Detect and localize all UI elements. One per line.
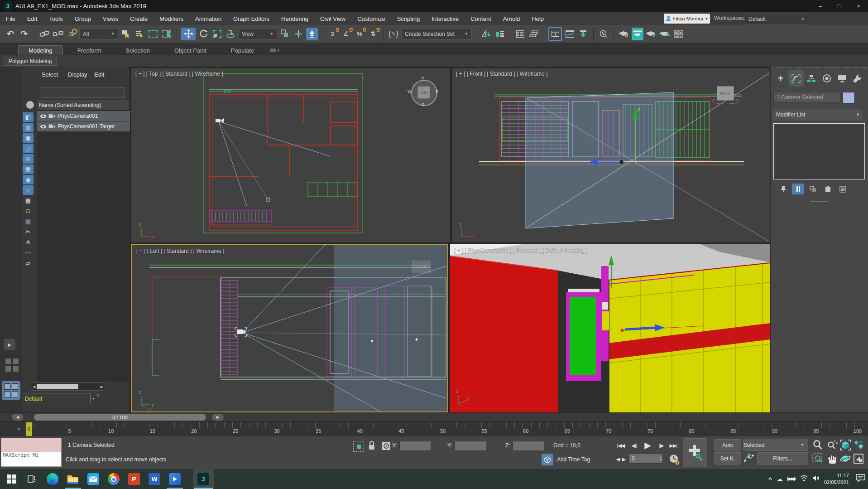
current-frame-marker[interactable]: 0 xyxy=(26,422,32,436)
layer-explorer-icon[interactable] xyxy=(514,28,526,40)
menu-views[interactable]: Views xyxy=(97,15,124,22)
expand-tray-button[interactable]: ▶ xyxy=(4,339,15,350)
battery-icon[interactable] xyxy=(787,475,796,483)
explorer-search-input[interactable] xyxy=(40,87,125,98)
menu-file[interactable]: File xyxy=(0,15,21,22)
go-to-end-icon[interactable]: ▶▶| xyxy=(667,440,679,451)
viewport-left-active[interactable]: [ + ] [ Left ] [ Standard ] [ Wireframe … xyxy=(131,244,448,412)
viewport-front[interactable]: [ + ] [ Front ] [ Standard ] [ Wireframe… xyxy=(452,68,770,242)
select-and-rotate-icon[interactable] xyxy=(197,28,209,40)
snaps-toggle-icon[interactable]: 3Ω xyxy=(326,28,338,40)
chevron-down-icon[interactable]: ▾ xyxy=(92,397,94,401)
curve-editor-icon[interactable] xyxy=(564,28,575,40)
movies-tv-icon[interactable] xyxy=(168,473,181,485)
start-button[interactable] xyxy=(5,473,18,485)
orbit-icon[interactable] xyxy=(840,453,851,466)
menu-group[interactable]: Group xyxy=(69,15,97,22)
explorer-filter-icon-6[interactable]: ▦ xyxy=(23,165,34,174)
explorer-overflow-chevrons[interactable]: » xyxy=(96,392,100,398)
viewport-left-label[interactable]: [ + ] [ Left ] [ Standard ] [ Wireframe … xyxy=(136,248,224,254)
explorer-row-2[interactable]: PhysCamera001.Target xyxy=(37,121,130,131)
auto-key-button[interactable]: Auto xyxy=(714,439,741,451)
rectangular-selection-region-icon[interactable] xyxy=(147,28,159,40)
align-icon[interactable] xyxy=(494,28,506,40)
maximize-button[interactable]: □ xyxy=(830,0,849,12)
angle-snap-toggle-icon[interactable]: ∠Ω xyxy=(340,28,352,40)
time-tag-cube-icon[interactable] xyxy=(542,454,553,465)
explorer-filter-icon-13[interactable]: ⋔ xyxy=(23,237,34,247)
toggle-scene-explorer-icon[interactable] xyxy=(548,27,562,41)
filters-button[interactable]: Filters... xyxy=(757,452,808,465)
make-unique-icon[interactable] xyxy=(807,184,819,194)
signin-user-chip[interactable]: Filipa Moreira ▼ xyxy=(664,14,710,24)
ruler[interactable]: 0 51015202530354045505560657075808590951… xyxy=(25,422,863,437)
rendered-frame-window-icon[interactable] xyxy=(632,28,643,40)
redo-icon[interactable]: ↷ xyxy=(18,28,30,40)
taskbar-clock[interactable]: 11:17 02/05/2021 xyxy=(824,472,849,486)
select-and-link-icon[interactable] xyxy=(38,28,50,40)
explorer-filter-icon-8[interactable]: ≡ xyxy=(23,185,34,195)
zoom-extents-icon[interactable] xyxy=(840,440,851,452)
modifier-stack[interactable] xyxy=(773,123,865,179)
explorer-row-1[interactable]: PhysCamera001 xyxy=(37,111,130,121)
selection-name-field[interactable]: 1 Camera Selected xyxy=(773,92,840,103)
tab-utilities-icon[interactable] xyxy=(850,70,865,87)
select-and-scale-icon[interactable] xyxy=(211,28,223,40)
z-coordinate-field[interactable] xyxy=(513,441,544,451)
viewport-physcamera-label[interactable]: [ + ] [ PhysCamera001 ] [ Standard ] [ D… xyxy=(454,247,587,253)
menu-edit[interactable]: Edit xyxy=(21,15,43,22)
select-and-manipulate-icon[interactable] xyxy=(293,28,304,40)
key-back-icon[interactable]: ◀ xyxy=(615,455,621,464)
viewcube-top-face[interactable]: TOP xyxy=(417,86,430,99)
menu-rendering[interactable]: Rendering xyxy=(275,15,314,22)
onedrive-cloud-icon[interactable]: ☁ xyxy=(777,475,783,483)
time-configuration-icon[interactable] xyxy=(668,454,680,467)
render-shortcuts-icon[interactable] xyxy=(672,28,684,40)
previous-frame-button[interactable]: ◀ xyxy=(12,414,24,421)
minimize-button[interactable]: – xyxy=(811,0,830,12)
menu-civil-view[interactable]: Civil View xyxy=(314,15,351,22)
task-view-button[interactable] xyxy=(26,473,38,485)
mini-curve-editor-icon[interactable]: ≈ xyxy=(17,426,20,432)
previous-frame-icon[interactable]: ◀|| xyxy=(628,440,639,451)
y-coordinate-field[interactable] xyxy=(455,441,486,451)
explorer-menu-edit[interactable]: Edit xyxy=(94,71,104,78)
tab-modify-icon[interactable] xyxy=(788,70,804,87)
viewport-physcamera[interactable]: [ + ] [ PhysCamera001 ] [ Standard ] [ D… xyxy=(450,244,770,412)
ribbon-tab-object-paint[interactable]: Object Paint xyxy=(164,46,216,55)
scroll-right-icon[interactable]: ▶ xyxy=(99,385,105,389)
tray-expand-icon[interactable]: ^ xyxy=(768,476,772,483)
explorer-scrollbar[interactable]: ◀ ▶ xyxy=(31,382,105,391)
menu-customize[interactable]: Customize xyxy=(351,15,391,22)
chrome-icon[interactable] xyxy=(107,473,120,485)
key-filters-icon[interactable] xyxy=(743,453,754,465)
use-pivot-center-icon[interactable] xyxy=(279,28,291,40)
menu-interactive[interactable]: Interactive xyxy=(426,15,465,22)
object-color-swatch[interactable] xyxy=(843,92,855,104)
spinner-snap-toggle-icon[interactable]: ⇅Ω xyxy=(367,28,379,40)
menu-tools[interactable]: Tools xyxy=(43,15,68,22)
explorer-filter-icon-10[interactable]: □ xyxy=(23,206,34,216)
scrollbar-thumb[interactable] xyxy=(37,384,78,389)
ribbon-tab-selection[interactable]: Selection xyxy=(116,46,160,55)
play-animation-icon[interactable]: ▶ xyxy=(641,439,654,451)
explorer-filter-icon-5[interactable]: ≋ xyxy=(23,154,34,164)
current-frame-spinner[interactable]: 0 ▴▾ xyxy=(628,454,663,464)
viewport-top[interactable]: [ + ] [ Top ] [ Standard ] [ Wireframe ]… xyxy=(131,68,450,242)
ribbon-tab-modeling[interactable]: Modeling xyxy=(18,45,63,55)
viewcube-front-face[interactable]: FRONT xyxy=(717,86,734,101)
named-selection-set-dropdown[interactable]: Create Selection Set ▼ xyxy=(401,28,472,39)
window-crossing-icon[interactable] xyxy=(161,28,173,40)
unlink-selection-icon[interactable] xyxy=(52,28,64,40)
show-end-result-icon[interactable] xyxy=(792,184,804,194)
tab-hierarchy-icon[interactable] xyxy=(804,70,819,87)
percent-snap-toggle-icon[interactable]: %Ω xyxy=(354,28,365,40)
edit-named-selection-sets-icon[interactable]: {✎} xyxy=(388,28,399,40)
explorer-filter-icon-7[interactable]: ◉ xyxy=(23,175,34,184)
explorer-filter-icon-4[interactable]: ◿ xyxy=(23,144,34,153)
close-button[interactable]: × xyxy=(849,0,868,12)
menu-arnold[interactable]: Arnold xyxy=(497,15,526,22)
viewport-layout-tab-icon[interactable] xyxy=(3,356,21,374)
maximize-viewport-toggle-icon[interactable] xyxy=(853,453,864,466)
go-to-start-icon[interactable]: |◀◀ xyxy=(615,440,627,451)
